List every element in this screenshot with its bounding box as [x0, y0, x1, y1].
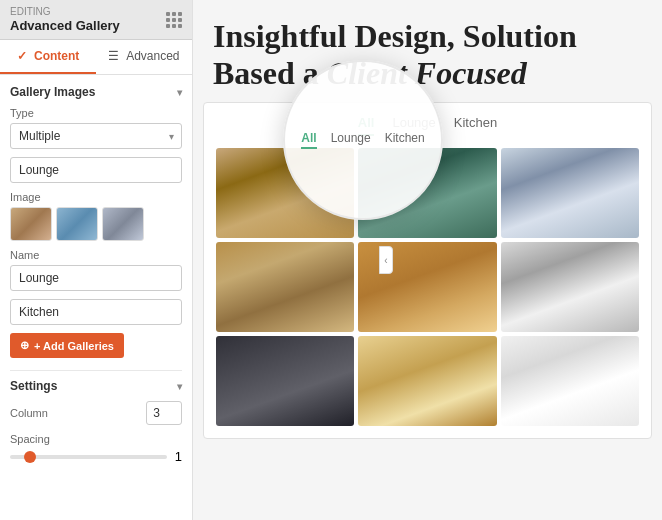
column-row: Column: [10, 401, 182, 425]
divider: [10, 370, 182, 371]
gallery-cell-6[interactable]: [501, 242, 639, 332]
gallery-grid: [216, 148, 639, 426]
tab-advanced[interactable]: ☰ Advanced: [96, 40, 192, 74]
heading-line2b: Client Focused: [327, 55, 527, 91]
settings-title: Settings: [10, 379, 57, 393]
plus-icon: ⊕: [20, 339, 29, 352]
panel-body: Gallery Images ▾ Type Multiple Single ▾ …: [0, 75, 192, 520]
gallery-tabs: All Lounge Kitchen: [216, 115, 639, 136]
heading-line2: Based a: [213, 55, 319, 91]
column-label: Column: [10, 407, 48, 419]
gallery-images-chevron[interactable]: ▾: [177, 87, 182, 98]
gallery-images-title: Gallery Images: [10, 85, 95, 99]
gallery-cell-4[interactable]: [216, 242, 354, 332]
type-label: Type: [10, 107, 182, 119]
advanced-icon: ☰: [108, 49, 119, 63]
settings-section-header: Settings ▾: [10, 379, 182, 393]
gallery-tab-kitchen[interactable]: Kitchen: [454, 115, 497, 136]
page-heading: Insightful Design, Solution Based a Clie…: [193, 0, 662, 102]
panel-tabs: ✓ Content ☰ Advanced: [0, 40, 192, 75]
heading-line1: Insightful Design, Solution: [213, 18, 577, 54]
settings-chevron[interactable]: ▾: [177, 381, 182, 392]
gallery-cell-7[interactable]: [216, 336, 354, 426]
gallery-name-1-input[interactable]: [10, 157, 182, 183]
gallery-tab-all[interactable]: All: [358, 115, 375, 136]
panel-header: EDITING Advanced Gallery: [0, 0, 192, 40]
name-label: Name: [10, 249, 182, 261]
type-select-wrapper: Multiple Single ▾: [10, 123, 182, 149]
tab-content[interactable]: ✓ Content: [0, 40, 96, 74]
image-thumb-3[interactable]: [102, 207, 144, 241]
left-panel: EDITING Advanced Gallery ✓ Content ☰ Adv…: [0, 0, 193, 520]
gallery-container: All Lounge Kitchen: [203, 102, 652, 439]
add-galleries-button[interactable]: ⊕ + Add Galleries: [10, 333, 124, 358]
gallery-name-2-input[interactable]: [10, 265, 182, 291]
gallery-cell-1[interactable]: [216, 148, 354, 238]
gallery-name-3-input[interactable]: [10, 299, 182, 325]
gallery-cell-3[interactable]: [501, 148, 639, 238]
gallery-cell-2[interactable]: [358, 148, 496, 238]
gallery-cell-9[interactable]: [501, 336, 639, 426]
spacing-label: Spacing: [10, 433, 182, 445]
type-select[interactable]: Multiple Single: [10, 123, 182, 149]
spacing-value: 1: [175, 449, 182, 464]
right-panel: Insightful Design, Solution Based a Clie…: [193, 0, 662, 520]
gallery-tab-lounge[interactable]: Lounge: [392, 115, 435, 136]
collapse-handle[interactable]: ‹: [379, 246, 393, 274]
spacing-slider-row: 1: [10, 449, 182, 464]
editing-label: EDITING: [10, 6, 120, 17]
image-thumbnails: [10, 207, 182, 241]
column-input[interactable]: [146, 401, 182, 425]
image-thumb-1[interactable]: [10, 207, 52, 241]
spacing-slider[interactable]: [10, 455, 167, 459]
gallery-images-section-header: Gallery Images ▾: [10, 85, 182, 99]
gallery-cell-8[interactable]: [358, 336, 496, 426]
image-label: Image: [10, 191, 182, 203]
grid-icon[interactable]: [166, 12, 182, 28]
image-thumb-2[interactable]: [56, 207, 98, 241]
content-icon: ✓: [17, 49, 27, 63]
app-title: Advanced Gallery: [10, 18, 120, 33]
